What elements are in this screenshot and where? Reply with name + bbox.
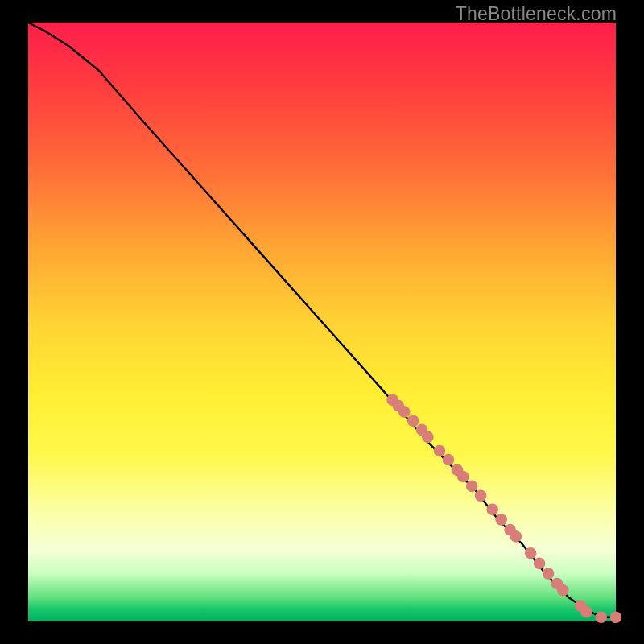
chart-svg [28, 23, 616, 621]
data-point [398, 406, 411, 418]
data-point [457, 471, 469, 483]
data-point [475, 489, 487, 502]
data-point [407, 415, 419, 427]
data-point [525, 547, 537, 559]
bottleneck-curve [28, 23, 616, 617]
data-point [422, 431, 434, 444]
data-points-group [386, 394, 621, 623]
data-point [495, 514, 507, 526]
data-point [466, 481, 478, 493]
data-point [610, 611, 622, 623]
data-point [434, 445, 446, 457]
chart-frame: TheBottleneck.com [0, 0, 644, 644]
data-point [510, 530, 522, 543]
watermark-text: TheBottleneck.com [456, 3, 617, 25]
data-point [534, 558, 546, 570]
data-point [580, 606, 592, 618]
data-point [486, 504, 498, 516]
data-point [557, 584, 569, 597]
plot-area [28, 23, 616, 621]
data-point [543, 568, 555, 580]
data-point [443, 454, 455, 466]
data-point [595, 611, 607, 623]
